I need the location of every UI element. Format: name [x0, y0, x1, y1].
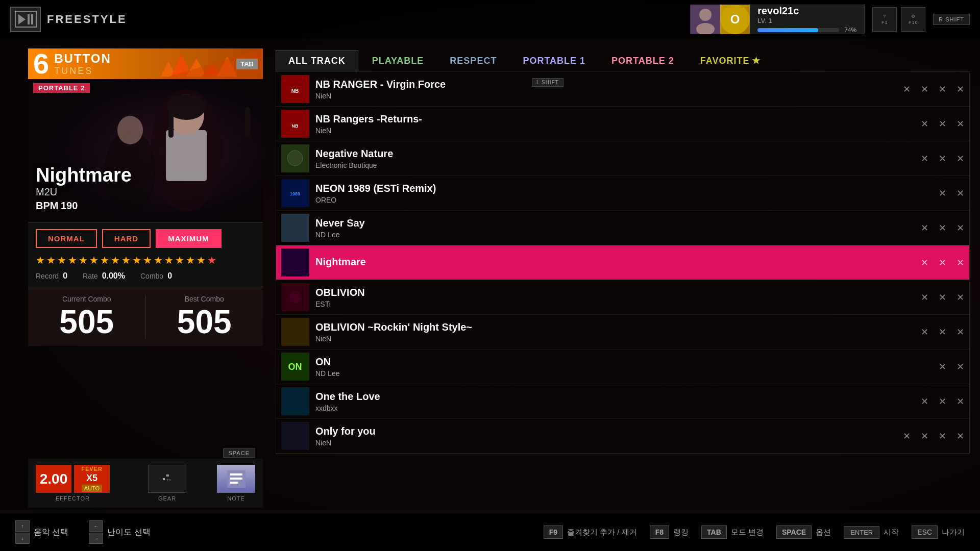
- track-item[interactable]: OBLIVION ~Rockin' Night Style~ NieN ✕ ✕ …: [276, 315, 969, 349]
- enter-key: ENTER: [844, 526, 879, 539]
- cross-icon[interactable]: ✕: [957, 222, 964, 234]
- tab-playable[interactable]: PLAYABLE: [360, 51, 436, 71]
- cross-icon[interactable]: ✕: [939, 431, 946, 442]
- cross-icon[interactable]: ✕: [939, 327, 946, 338]
- cross-icon[interactable]: ✕: [939, 222, 946, 234]
- cross-icon[interactable]: ✕: [957, 292, 964, 303]
- effector-section: 2.00 FEVER X5 AUTO EFFECTOR: [36, 465, 110, 502]
- speed-box[interactable]: 2.00: [36, 465, 71, 493]
- enter-action: 시작: [884, 528, 899, 537]
- note-button[interactable]: [217, 465, 255, 493]
- track-item[interactable]: One the Love xxdbxx ✕ ✕ ✕: [276, 384, 969, 419]
- track-item[interactable]: NB NB RANGER - Virgin Force NieN ✕ ✕ ✕ ✕: [276, 72, 969, 107]
- track-artist: xxdbxx: [315, 404, 921, 412]
- user-level: LV. 1: [757, 17, 772, 24]
- svg-marker-9: [161, 61, 176, 77]
- track-info: OBLIVION ~Rockin' Night Style~ NieN: [315, 321, 921, 343]
- track-thumbnail: NB: [281, 110, 309, 138]
- gear-section: + × GEAR: [148, 465, 186, 502]
- track-item-selected[interactable]: Nightmare ✕ ✕ ✕: [276, 245, 969, 280]
- cross-icon[interactable]: ✕: [921, 118, 928, 130]
- rate-stat: Rate 0.00%: [83, 271, 125, 281]
- track-name: OBLIVION ~Rockin' Night Style~: [315, 321, 921, 333]
- record-label: Record: [36, 272, 59, 280]
- cross-icon[interactable]: ✕: [921, 84, 928, 95]
- best-combo-value: 505: [154, 306, 256, 338]
- track-thumbnail: [281, 318, 309, 346]
- track-item[interactable]: Only for you NieN ✕ ✕ ✕ ✕: [276, 419, 969, 454]
- maximum-button[interactable]: MAXIMUM: [156, 229, 221, 248]
- star-8: ★: [111, 254, 120, 266]
- button-tunes-text: BUTTON TUNES: [54, 52, 111, 77]
- cross-icon[interactable]: ✕: [903, 84, 911, 95]
- tab-portable1[interactable]: PORTABLE 1: [510, 51, 598, 71]
- tab-respect[interactable]: RESPECT: [437, 51, 509, 71]
- cross-icon[interactable]: ✕: [921, 257, 928, 268]
- cross-icon[interactable]: ✕: [957, 396, 964, 407]
- star-9: ★: [121, 254, 131, 266]
- track-info: NEON 1989 (ESTi Remix) OREO: [315, 183, 939, 204]
- track-info: ON ND Lee: [315, 356, 939, 378]
- right-key-icon: →: [89, 533, 103, 544]
- cross-icon[interactable]: ✕: [957, 118, 964, 130]
- normal-button[interactable]: NORMAL: [36, 229, 97, 248]
- cross-icon[interactable]: ✕: [921, 153, 928, 164]
- cross-icon[interactable]: ✕: [921, 222, 928, 234]
- cross-icon[interactable]: ✕: [921, 396, 928, 407]
- track-item[interactable]: NB NB Rangers -Returns- NieN ✕ ✕ ✕: [276, 107, 969, 141]
- f1-button[interactable]: ? F1: [872, 7, 897, 32]
- combo-section: Current Combo 505 Best Combo 505: [28, 287, 263, 346]
- cross-icon[interactable]: ✕: [939, 188, 946, 199]
- track-crosses: ✕ ✕ ✕: [921, 257, 964, 268]
- cross-icon[interactable]: ✕: [939, 84, 946, 95]
- track-item[interactable]: OBLIVION ESTi ✕ ✕ ✕: [276, 280, 969, 315]
- track-crosses: ✕ ✕ ✕ ✕: [903, 431, 964, 442]
- cross-icon[interactable]: ✕: [957, 84, 964, 95]
- music-select-keys: ↑ ↓: [15, 520, 30, 544]
- cross-icon[interactable]: ✕: [939, 396, 946, 407]
- cross-icon[interactable]: ✕: [903, 431, 911, 442]
- star-2: ★: [46, 254, 56, 266]
- cross-icon[interactable]: ✕: [939, 361, 946, 372]
- tab-all-track[interactable]: ALL TRACK: [276, 50, 358, 71]
- track-crosses: ✕ ✕ ✕ ✕: [903, 84, 964, 95]
- cross-icon[interactable]: ✕: [939, 153, 946, 164]
- track-item[interactable]: Never Say ND Lee ✕ ✕ ✕: [276, 211, 969, 245]
- track-title-overlay: Nightmare M2U BPM 190: [36, 164, 132, 212]
- cross-icon[interactable]: ✕: [939, 118, 946, 130]
- tab-portable2[interactable]: PORTABLE 2: [599, 51, 687, 71]
- difficulty-keys: ← →: [89, 520, 103, 544]
- hard-button[interactable]: HARD: [102, 229, 151, 248]
- logo-area: FREESTYLE: [10, 7, 127, 32]
- track-crosses: ✕ ✕ ✕: [921, 222, 964, 234]
- track-crosses: ✕ ✕ ✕: [921, 327, 964, 338]
- track-crosses: ✕ ✕ ✕: [921, 153, 964, 164]
- f10-button[interactable]: ⚙ F10: [901, 7, 925, 32]
- track-name: Negative Nature: [315, 148, 921, 160]
- track-artist: ND Lee: [315, 231, 921, 239]
- cross-icon[interactable]: ✕: [957, 361, 964, 372]
- track-item[interactable]: Negative Nature Electronic Boutique ✕ ✕ …: [276, 141, 969, 176]
- track-item[interactable]: 1989 NEON 1989 (ESTi Remix) OREO ✕ ✕: [276, 176, 969, 211]
- gear-button[interactable]: + ×: [148, 465, 186, 493]
- cross-icon[interactable]: ✕: [957, 257, 964, 268]
- cross-icon[interactable]: ✕: [957, 431, 964, 442]
- cross-icon[interactable]: ✕: [921, 292, 928, 303]
- cross-icon[interactable]: ✕: [921, 327, 928, 338]
- svg-rect-43: [281, 318, 309, 346]
- cross-icon[interactable]: ✕: [957, 327, 964, 338]
- current-combo-block: Current Combo 505: [36, 295, 138, 338]
- cross-icon[interactable]: ✕: [939, 257, 946, 268]
- bottom-right-items: F9 즐겨찾기 추가 / 제거 F8 랭킹 TAB 모드 변경 SPACE 옵션…: [544, 525, 965, 539]
- track-item[interactable]: ON ON ND Lee ✕ ✕: [276, 349, 969, 384]
- cross-icon[interactable]: ✕: [957, 188, 964, 199]
- esc-action: 나가기: [942, 528, 965, 537]
- cross-icon[interactable]: ✕: [957, 153, 964, 164]
- star-10: ★: [132, 254, 141, 266]
- svg-rect-30: [230, 482, 238, 484]
- cross-icon[interactable]: ✕: [921, 431, 928, 442]
- fever-box[interactable]: FEVER X5 AUTO: [74, 465, 110, 493]
- tab-favorite[interactable]: FAVORITE ★: [688, 50, 773, 71]
- track-artist: NieN: [315, 439, 903, 447]
- cross-icon[interactable]: ✕: [939, 292, 946, 303]
